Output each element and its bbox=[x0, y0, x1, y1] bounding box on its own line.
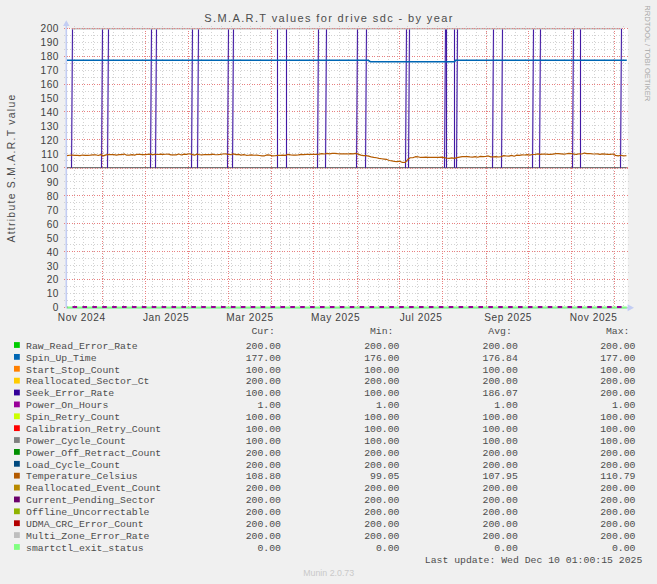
svg-text:Power_Cycle_Count: Power_Cycle_Count bbox=[26, 436, 126, 447]
svg-text:200.00: 200.00 bbox=[600, 341, 635, 352]
svg-text:100.00: 100.00 bbox=[600, 436, 635, 447]
svg-text:200.00: 200.00 bbox=[483, 376, 518, 387]
svg-text:Power_On_Hours: Power_On_Hours bbox=[26, 400, 108, 411]
svg-text:100.00: 100.00 bbox=[246, 436, 281, 447]
svg-text:100.00: 100.00 bbox=[483, 365, 518, 376]
svg-text:200.00: 200.00 bbox=[364, 495, 399, 506]
svg-text:200.00: 200.00 bbox=[364, 460, 399, 471]
svg-text:107.95: 107.95 bbox=[483, 471, 518, 482]
svg-text:0.00: 0.00 bbox=[494, 543, 518, 554]
svg-text:Nov 2024: Nov 2024 bbox=[58, 312, 106, 323]
svg-text:200.00: 200.00 bbox=[364, 531, 399, 542]
svg-text:200.00: 200.00 bbox=[364, 341, 399, 352]
svg-text:200.00: 200.00 bbox=[600, 388, 635, 399]
svg-text:200.00: 200.00 bbox=[483, 531, 518, 542]
svg-text:70: 70 bbox=[47, 205, 59, 216]
svg-text:Offline_Uncorrectable: Offline_Uncorrectable bbox=[26, 507, 150, 518]
svg-text:UDMA_CRC_Error_Count: UDMA_CRC_Error_Count bbox=[26, 519, 144, 530]
svg-text:40: 40 bbox=[47, 247, 59, 258]
svg-text:186.07: 186.07 bbox=[483, 388, 518, 399]
svg-text:100.00: 100.00 bbox=[246, 412, 281, 423]
svg-text:190: 190 bbox=[41, 37, 60, 48]
svg-text:Current_Pending_Sector: Current_Pending_Sector bbox=[26, 495, 155, 506]
svg-text:90: 90 bbox=[47, 177, 59, 188]
svg-text:1.00: 1.00 bbox=[494, 400, 518, 411]
svg-text:200.00: 200.00 bbox=[483, 341, 518, 352]
svg-text:smartctl_exit_status: smartctl_exit_status bbox=[26, 543, 144, 554]
svg-text:1.00: 1.00 bbox=[376, 400, 400, 411]
svg-text:200.00: 200.00 bbox=[364, 519, 399, 530]
svg-text:Jan 2025: Jan 2025 bbox=[143, 312, 189, 323]
svg-text:Load_Cycle_Count: Load_Cycle_Count bbox=[26, 460, 120, 471]
svg-text:30: 30 bbox=[47, 261, 59, 272]
svg-text:130: 130 bbox=[41, 121, 60, 132]
svg-text:200.00: 200.00 bbox=[600, 531, 635, 542]
svg-text:80: 80 bbox=[47, 191, 59, 202]
svg-text:20: 20 bbox=[47, 274, 59, 285]
svg-text:Start_Stop_Count: Start_Stop_Count bbox=[26, 365, 120, 376]
svg-text:200.00: 200.00 bbox=[246, 519, 281, 530]
svg-text:200: 200 bbox=[41, 23, 60, 34]
svg-text:200.00: 200.00 bbox=[246, 507, 281, 518]
svg-text:100.00: 100.00 bbox=[483, 412, 518, 423]
svg-text:110.79: 110.79 bbox=[600, 471, 635, 482]
svg-text:200.00: 200.00 bbox=[246, 531, 281, 542]
svg-text:200.00: 200.00 bbox=[600, 448, 635, 459]
svg-text:Mar 2025: Mar 2025 bbox=[226, 312, 273, 323]
svg-text:200.00: 200.00 bbox=[246, 341, 281, 352]
svg-text:Attribute S.M.A.R.T value: Attribute S.M.A.R.T value bbox=[6, 93, 17, 242]
svg-text:100.00: 100.00 bbox=[600, 412, 635, 423]
svg-text:100.00: 100.00 bbox=[364, 388, 399, 399]
svg-text:200.00: 200.00 bbox=[364, 507, 399, 518]
svg-text:100.00: 100.00 bbox=[483, 424, 518, 435]
svg-text:200.00: 200.00 bbox=[600, 519, 635, 530]
svg-text:0.00: 0.00 bbox=[257, 543, 281, 554]
svg-text:Max:: Max: bbox=[606, 326, 630, 337]
svg-text:Min:: Min: bbox=[370, 326, 394, 337]
svg-text:140: 140 bbox=[41, 107, 60, 118]
svg-text:200.00: 200.00 bbox=[246, 376, 281, 387]
svg-text:Multi_Zone_Error_Rate: Multi_Zone_Error_Rate bbox=[26, 531, 150, 542]
svg-text:S.M.A.R.T values for drive sdc: S.M.A.R.T values for drive sdc - by year bbox=[204, 12, 453, 24]
svg-text:Calibration_Retry_Count: Calibration_Retry_Count bbox=[26, 424, 161, 435]
svg-text:200.00: 200.00 bbox=[600, 376, 635, 387]
svg-text:100.00: 100.00 bbox=[246, 424, 281, 435]
svg-text:60: 60 bbox=[47, 219, 59, 230]
svg-text:150: 150 bbox=[41, 93, 60, 104]
svg-text:100: 100 bbox=[41, 163, 60, 174]
svg-text:Raw_Read_Error_Rate: Raw_Read_Error_Rate bbox=[26, 341, 138, 352]
svg-text:100.00: 100.00 bbox=[246, 365, 281, 376]
svg-text:Spin_Retry_Count: Spin_Retry_Count bbox=[26, 412, 120, 423]
svg-text:200.00: 200.00 bbox=[246, 448, 281, 459]
svg-text:170: 170 bbox=[41, 65, 60, 76]
svg-text:200.00: 200.00 bbox=[600, 507, 635, 518]
svg-text:100.00: 100.00 bbox=[364, 365, 399, 376]
svg-text:200.00: 200.00 bbox=[483, 495, 518, 506]
svg-text:0.00: 0.00 bbox=[376, 543, 400, 554]
svg-text:200.00: 200.00 bbox=[246, 483, 281, 494]
svg-text:200.00: 200.00 bbox=[483, 460, 518, 471]
svg-text:1.00: 1.00 bbox=[257, 400, 281, 411]
svg-text:100.00: 100.00 bbox=[600, 365, 635, 376]
svg-text:200.00: 200.00 bbox=[246, 495, 281, 506]
svg-text:200.00: 200.00 bbox=[483, 519, 518, 530]
svg-text:Seek_Error_Rate: Seek_Error_Rate bbox=[26, 388, 114, 399]
svg-text:180: 180 bbox=[41, 51, 60, 62]
svg-text:100.00: 100.00 bbox=[600, 424, 635, 435]
svg-text:100.00: 100.00 bbox=[364, 436, 399, 447]
svg-text:100.00: 100.00 bbox=[483, 436, 518, 447]
svg-text:May 2025: May 2025 bbox=[311, 312, 360, 323]
svg-text:1.00: 1.00 bbox=[612, 400, 636, 411]
svg-text:200.00: 200.00 bbox=[364, 448, 399, 459]
svg-text:200.00: 200.00 bbox=[364, 376, 399, 387]
svg-text:200.00: 200.00 bbox=[246, 460, 281, 471]
svg-text:120: 120 bbox=[41, 135, 60, 146]
svg-text:200.00: 200.00 bbox=[483, 483, 518, 494]
svg-text:10: 10 bbox=[47, 288, 59, 299]
svg-text:RRDTOOL / TOBI OETIKER: RRDTOOL / TOBI OETIKER bbox=[643, 5, 652, 101]
svg-text:100.00: 100.00 bbox=[364, 412, 399, 423]
svg-text:177.00: 177.00 bbox=[600, 353, 635, 364]
svg-text:160: 160 bbox=[41, 79, 60, 90]
svg-text:176.84: 176.84 bbox=[483, 353, 518, 364]
svg-text:176.00: 176.00 bbox=[364, 353, 399, 364]
